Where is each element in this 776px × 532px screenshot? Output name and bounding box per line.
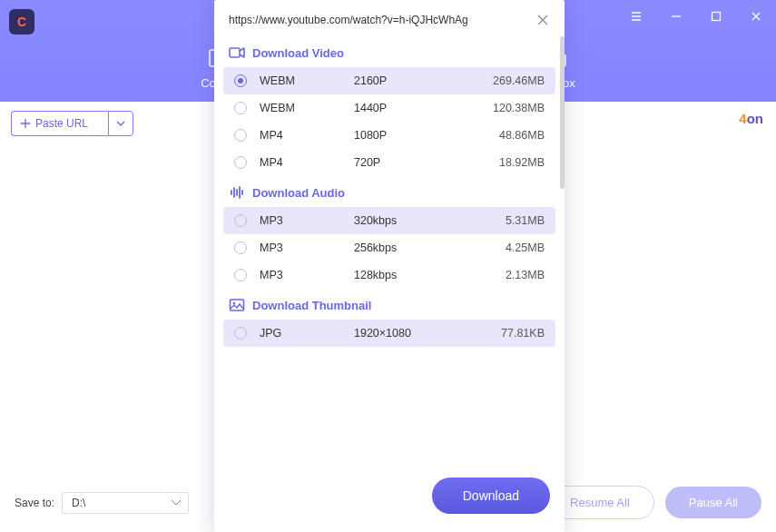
- radio-icon[interactable]: [234, 214, 247, 227]
- paste-url-button[interactable]: Paste URL: [11, 111, 108, 136]
- option-format: WEBM: [260, 74, 354, 87]
- radio-icon[interactable]: [234, 102, 247, 114]
- radio-icon[interactable]: [234, 241, 247, 254]
- scrollbar[interactable]: [560, 36, 565, 189]
- option-quality: 1920×1080: [354, 327, 454, 340]
- paste-url-label: Paste URL: [35, 117, 88, 130]
- option-size: 269.46MB: [454, 74, 545, 87]
- option-quality: 320kbps: [354, 214, 454, 227]
- option-size: 120.38MB: [454, 102, 545, 114]
- plus-icon: [21, 119, 30, 128]
- audio-option[interactable]: MP3256kbps4.25MB: [223, 234, 555, 261]
- audio-icon: [229, 185, 245, 200]
- maximize-icon[interactable]: [696, 0, 736, 33]
- option-format: JPG: [260, 327, 354, 340]
- section-thumb-head: Download Thumbnail: [223, 289, 555, 320]
- option-format: MP4: [260, 156, 354, 169]
- image-icon: [229, 298, 245, 312]
- download-options-modal: https://www.youtube.com/watch?v=h-iQJHcW…: [214, 0, 565, 532]
- corner-brand: 4on: [739, 111, 763, 126]
- video-option[interactable]: WEBM2160P269.46MB: [223, 67, 555, 94]
- option-format: WEBM: [260, 102, 354, 114]
- option-quality: 128kbps: [354, 269, 454, 281]
- section-audio-head: Download Audio: [223, 176, 555, 207]
- close-icon[interactable]: [736, 0, 776, 33]
- radio-icon[interactable]: [234, 156, 247, 169]
- saveto-select[interactable]: D:\: [62, 492, 189, 514]
- video-option[interactable]: MP41080P48.86MB: [223, 122, 555, 149]
- pause-all-button[interactable]: Pause All: [665, 487, 761, 518]
- section-video-head: Download Video: [223, 36, 555, 67]
- minimize-icon[interactable]: [656, 0, 696, 33]
- app-logo: C: [9, 9, 34, 34]
- option-size: 18.92MB: [454, 156, 545, 169]
- modal-url: https://www.youtube.com/watch?v=h-iQJHcW…: [229, 14, 528, 26]
- section-title: Download Thumbnail: [252, 299, 371, 312]
- option-quality: 1440P: [354, 102, 454, 114]
- option-quality: 720P: [354, 156, 454, 169]
- radio-icon[interactable]: [234, 327, 247, 340]
- option-format: MP3: [260, 269, 354, 281]
- option-quality: 256kbps: [354, 241, 454, 254]
- audio-option[interactable]: MP3320kbps5.31MB: [223, 207, 555, 234]
- svg-rect-3: [230, 48, 240, 57]
- svg-rect-4: [231, 300, 244, 310]
- svg-point-5: [233, 302, 236, 305]
- option-quality: 1080P: [354, 129, 454, 142]
- section-title: Download Video: [252, 46, 344, 60]
- svg-rect-0: [712, 13, 721, 21]
- video-icon: [229, 45, 245, 60]
- menu-icon[interactable]: [616, 0, 656, 33]
- thumbnail-option[interactable]: JPG1920×108077.81KB: [223, 320, 555, 347]
- modal-close-icon[interactable]: [535, 13, 550, 27]
- option-size: 77.81KB: [454, 327, 545, 340]
- saveto-label: Save to:: [15, 497, 54, 509]
- paste-url-caret[interactable]: [108, 111, 133, 136]
- radio-icon[interactable]: [234, 269, 247, 281]
- window-controls: [616, 0, 776, 33]
- option-format: MP3: [260, 214, 354, 227]
- video-option[interactable]: WEBM1440P120.38MB: [223, 94, 555, 122]
- option-format: MP4: [260, 129, 354, 142]
- radio-icon[interactable]: [234, 129, 247, 142]
- video-option[interactable]: MP4720P18.92MB: [223, 149, 555, 176]
- option-size: 2.13MB: [454, 269, 545, 281]
- audio-option[interactable]: MP3128kbps2.13MB: [223, 261, 555, 289]
- option-size: 4.25MB: [454, 241, 545, 254]
- option-size: 5.31MB: [454, 214, 545, 227]
- radio-icon[interactable]: [234, 74, 247, 87]
- chevron-down-icon: [116, 121, 125, 126]
- download-button[interactable]: Download: [432, 478, 550, 514]
- option-quality: 2160P: [354, 74, 454, 87]
- option-size: 48.86MB: [454, 129, 545, 142]
- section-title: Download Audio: [252, 186, 345, 200]
- option-format: MP3: [260, 241, 354, 254]
